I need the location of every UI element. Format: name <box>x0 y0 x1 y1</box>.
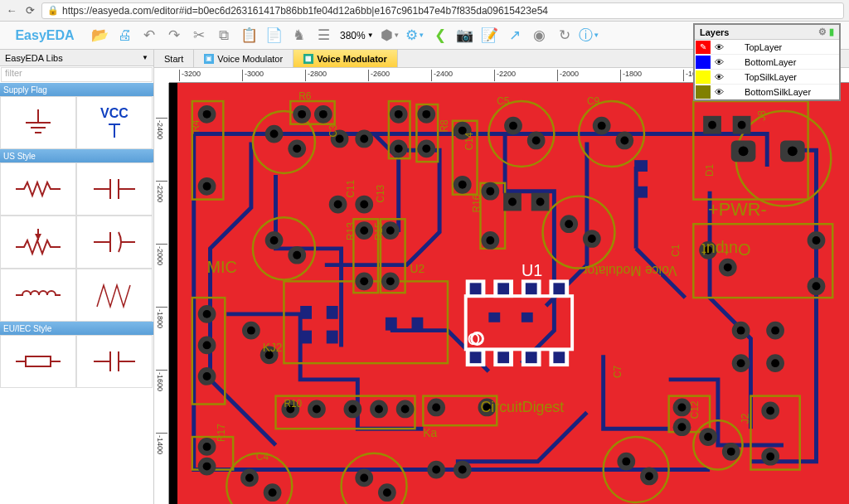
svg-point-111 <box>486 187 494 196</box>
history-icon[interactable]: ↻ <box>553 24 576 47</box>
open-icon[interactable]: 📂 <box>88 24 111 47</box>
svg-point-91 <box>739 146 749 156</box>
category-supply[interactable]: Supply Flag <box>0 83 153 96</box>
symbol-polar-cap[interactable] <box>76 216 153 269</box>
svg-rect-201 <box>634 160 648 172</box>
svg-point-65 <box>360 135 368 143</box>
svg-point-125 <box>724 264 732 272</box>
svg-text:MIC: MIC <box>207 258 237 276</box>
svg-text:R16: R16 <box>471 194 483 212</box>
redo-icon[interactable]: ↷ <box>163 24 186 47</box>
pencil-icon: ✎ <box>700 42 706 51</box>
category-eu[interactable]: EU/IEC Style <box>0 322 153 335</box>
svg-rect-197 <box>327 331 338 344</box>
gear-icon[interactable]: ⚙▼ <box>404 24 427 47</box>
svg-point-177 <box>678 423 686 431</box>
svg-point-127 <box>813 236 821 245</box>
symbol-inductor-us[interactable] <box>0 269 76 322</box>
url-input[interactable]: 🔒 https://easyeda.com/editor#id=b0ec6d26… <box>41 2 844 19</box>
svg-point-173 <box>645 472 653 481</box>
layers-header[interactable]: Layers ⚙ ▮ <box>695 25 839 40</box>
symbol-capacitor[interactable] <box>76 162 153 216</box>
symbol-var-resistor[interactable] <box>76 269 153 322</box>
tab-schematic[interactable]: ▣Voice Modulator <box>194 50 294 67</box>
info-icon[interactable]: ⓘ▼ <box>578 24 601 47</box>
logo[interactable]: EasyEDA <box>3 25 86 46</box>
tab-pcb[interactable]: ▦Voice Modulator <box>294 50 398 67</box>
svg-text:+PWR-: +PWR- <box>708 199 767 220</box>
category-us[interactable]: US Style <box>0 149 153 162</box>
symbol-resistor-us[interactable] <box>0 162 76 216</box>
paste-icon[interactable]: 📋 <box>237 24 260 47</box>
svg-text:R10: R10 <box>284 398 302 410</box>
eye-icon[interactable]: 👁 <box>711 42 726 52</box>
svg-text:C7: C7 <box>612 366 623 378</box>
svg-point-185 <box>766 453 774 461</box>
steam-icon[interactable]: ◉ <box>528 24 551 47</box>
layer-topsilk[interactable]: 👁 TopSilkLayer <box>695 70 839 85</box>
svg-text:C1: C1 <box>670 244 682 257</box>
svg-point-59 <box>270 130 279 138</box>
list-icon[interactable]: ☰ <box>312 24 335 47</box>
libs-header: EasyEDA Libs ▼ <box>0 50 153 66</box>
symbol-pot-us[interactable] <box>0 216 76 269</box>
svg-point-107 <box>386 226 395 235</box>
svg-rect-199 <box>412 317 424 331</box>
chevron-down-icon[interactable]: ▼ <box>142 54 148 61</box>
layer-bottom[interactable]: 👁 BottomLayer <box>695 55 839 70</box>
url-text: https://easyeda.com/editor#id=b0ec6d2631… <box>62 5 548 17</box>
svg-text:J2: J2 <box>740 414 751 424</box>
svg-point-189 <box>737 359 745 367</box>
eye-icon[interactable]: 👁 <box>711 57 726 67</box>
svg-point-145 <box>245 474 254 482</box>
svg-rect-17 <box>26 356 51 366</box>
symbol-gnd[interactable] <box>0 96 76 149</box>
filter-input[interactable]: filter <box>1 67 153 82</box>
symbol-vcc[interactable]: VCC <box>76 96 153 149</box>
svg-point-193 <box>771 359 779 367</box>
eye-icon[interactable]: 👁 <box>711 87 726 97</box>
pcb-board: MIC +PWR- Output Voice Modulator Circuit… <box>177 83 849 504</box>
svg-rect-221 <box>522 313 533 322</box>
svg-rect-195 <box>327 306 338 319</box>
symbol-capacitor-eu[interactable] <box>76 335 153 388</box>
horse-icon[interactable]: ♞ <box>287 24 310 47</box>
undo-icon[interactable]: ↶ <box>138 24 161 47</box>
reload-icon[interactable]: ⟳ <box>23 4 36 17</box>
svg-point-143 <box>203 463 211 471</box>
gear-icon[interactable]: ⚙ <box>818 27 827 36</box>
svg-point-141 <box>203 443 211 451</box>
svg-point-97 <box>293 251 301 259</box>
svg-text:C4: C4 <box>256 451 269 463</box>
layer-bottomsilk[interactable]: 👁 BottomSilkLayer <box>695 85 839 99</box>
export-icon[interactable]: ↗ <box>503 24 526 47</box>
symbol-resistor-eu[interactable] <box>0 335 76 388</box>
layers-panel: Layers ⚙ ▮ ✎ 👁 TopLayer 👁 BottomLayer 👁 … <box>693 23 841 101</box>
layer-top[interactable]: ✎ 👁 TopLayer <box>695 40 839 55</box>
share-icon[interactable]: ❮ <box>429 24 452 47</box>
main-area: Start ▣Voice Modulator ▦Voice Modulator … <box>154 50 849 504</box>
svg-marker-12 <box>35 234 41 240</box>
save-icon[interactable]: 🖨 <box>113 24 136 47</box>
svg-point-161 <box>383 488 391 497</box>
schematic-icon: ▣ <box>204 54 214 64</box>
clipboard-icon[interactable]: 📄 <box>262 24 285 47</box>
cube-icon[interactable]: ⬢▼ <box>379 24 402 47</box>
svg-rect-196 <box>300 331 312 344</box>
copy-icon[interactable]: ⧉ <box>212 24 235 47</box>
svg-point-81 <box>532 137 541 145</box>
pcb-canvas[interactable]: MIC +PWR- Output Voice Modulator Circuit… <box>169 83 849 504</box>
camera-icon[interactable]: 📷 <box>454 24 477 47</box>
cut-icon[interactable]: ✂ <box>187 24 211 47</box>
svg-text:Output: Output <box>701 240 751 259</box>
svg-text:Voice Modulator: Voice Modulator <box>583 264 677 278</box>
svg-point-133 <box>203 341 211 349</box>
svg-point-61 <box>293 144 301 153</box>
tab-start[interactable]: Start <box>154 50 194 67</box>
svg-text:D1: D1 <box>704 163 716 177</box>
eye-icon[interactable]: 👁 <box>711 72 726 82</box>
zoom-display[interactable]: 380%▼ <box>337 30 377 41</box>
notes-icon[interactable]: 📝 <box>478 24 502 47</box>
svg-point-53 <box>203 182 211 191</box>
back-icon[interactable]: ← <box>5 4 18 17</box>
